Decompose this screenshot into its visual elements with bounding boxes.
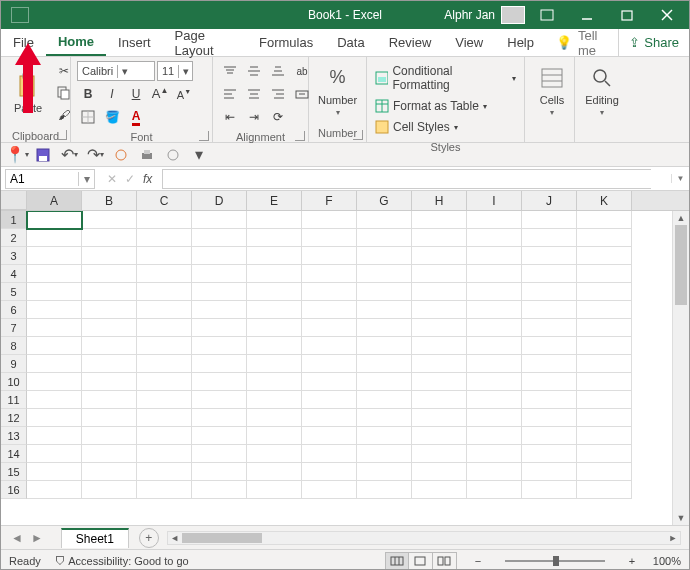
column-header-F[interactable]: F — [302, 191, 357, 210]
italic-button[interactable]: I — [101, 84, 123, 104]
cell-I5[interactable] — [467, 283, 522, 301]
zoom-slider[interactable] — [505, 560, 605, 562]
row-header-9[interactable]: 9 — [1, 355, 27, 373]
cell-B15[interactable] — [82, 463, 137, 481]
cell-I7[interactable] — [467, 319, 522, 337]
cell-A13[interactable] — [27, 427, 82, 445]
fill-color-button[interactable]: 🪣 — [101, 107, 123, 127]
number-format-button[interactable]: % Number ▾ — [315, 62, 360, 119]
qat-redo[interactable]: ↷▾ — [85, 146, 105, 164]
cell-B5[interactable] — [82, 283, 137, 301]
cell-E8[interactable] — [247, 337, 302, 355]
cell-K3[interactable] — [577, 247, 632, 265]
cell-H14[interactable] — [412, 445, 467, 463]
cell-C15[interactable] — [137, 463, 192, 481]
cell-D10[interactable] — [192, 373, 247, 391]
column-header-A[interactable]: A — [27, 191, 82, 210]
cell-F6[interactable] — [302, 301, 357, 319]
cell-B1[interactable] — [82, 211, 137, 229]
cell-B3[interactable] — [82, 247, 137, 265]
cell-G7[interactable] — [357, 319, 412, 337]
enter-formula-icon[interactable]: ✓ — [125, 172, 135, 186]
scroll-thumb[interactable] — [675, 225, 687, 305]
tab-insert[interactable]: Insert — [106, 29, 163, 56]
cell-H10[interactable] — [412, 373, 467, 391]
cell-F15[interactable] — [302, 463, 357, 481]
zoom-level[interactable]: 100% — [653, 555, 681, 567]
cell-E7[interactable] — [247, 319, 302, 337]
cell-D14[interactable] — [192, 445, 247, 463]
cell-D3[interactable] — [192, 247, 247, 265]
cell-G5[interactable] — [357, 283, 412, 301]
cell-I3[interactable] — [467, 247, 522, 265]
cell-C3[interactable] — [137, 247, 192, 265]
tab-help[interactable]: Help — [495, 29, 546, 56]
cell-H11[interactable] — [412, 391, 467, 409]
column-header-H[interactable]: H — [412, 191, 467, 210]
cell-J1[interactable] — [522, 211, 577, 229]
cell-styles-button[interactable]: Cell Styles▾ — [373, 119, 518, 135]
cell-H3[interactable] — [412, 247, 467, 265]
cell-C8[interactable] — [137, 337, 192, 355]
cell-J11[interactable] — [522, 391, 577, 409]
cell-F8[interactable] — [302, 337, 357, 355]
cell-K7[interactable] — [577, 319, 632, 337]
cell-A8[interactable] — [27, 337, 82, 355]
cell-A12[interactable] — [27, 409, 82, 427]
cell-I1[interactable] — [467, 211, 522, 229]
cell-B16[interactable] — [82, 481, 137, 499]
cell-A9[interactable] — [27, 355, 82, 373]
row-header-2[interactable]: 2 — [1, 229, 27, 247]
zoom-knob[interactable] — [553, 556, 559, 566]
cell-D1[interactable] — [192, 211, 247, 229]
cell-H1[interactable] — [412, 211, 467, 229]
normal-view-button[interactable] — [385, 552, 409, 570]
row-header-6[interactable]: 6 — [1, 301, 27, 319]
cell-F11[interactable] — [302, 391, 357, 409]
cell-J7[interactable] — [522, 319, 577, 337]
select-all-corner[interactable] — [1, 191, 27, 210]
cell-A11[interactable] — [27, 391, 82, 409]
cell-B13[interactable] — [82, 427, 137, 445]
cell-D9[interactable] — [192, 355, 247, 373]
number-launcher[interactable] — [353, 130, 363, 140]
cell-J16[interactable] — [522, 481, 577, 499]
row-header-4[interactable]: 4 — [1, 265, 27, 283]
cell-J3[interactable] — [522, 247, 577, 265]
align-left-button[interactable] — [219, 84, 241, 104]
cell-A6[interactable] — [27, 301, 82, 319]
cell-A16[interactable] — [27, 481, 82, 499]
cell-A15[interactable] — [27, 463, 82, 481]
cell-J8[interactable] — [522, 337, 577, 355]
scroll-left-arrow[interactable]: ◄ — [168, 532, 182, 544]
cell-I12[interactable] — [467, 409, 522, 427]
row-header-16[interactable]: 16 — [1, 481, 27, 499]
cell-D15[interactable] — [192, 463, 247, 481]
page-layout-view-button[interactable] — [409, 552, 433, 570]
increase-indent-button[interactable]: ⇥ — [243, 107, 265, 127]
cell-H16[interactable] — [412, 481, 467, 499]
tab-review[interactable]: Review — [377, 29, 444, 56]
cell-H5[interactable] — [412, 283, 467, 301]
cell-K11[interactable] — [577, 391, 632, 409]
cell-J13[interactable] — [522, 427, 577, 445]
cell-C2[interactable] — [137, 229, 192, 247]
cell-B6[interactable] — [82, 301, 137, 319]
cell-D12[interactable] — [192, 409, 247, 427]
cell-B9[interactable] — [82, 355, 137, 373]
cell-G16[interactable] — [357, 481, 412, 499]
cell-G15[interactable] — [357, 463, 412, 481]
ribbon-display-options[interactable] — [529, 1, 565, 29]
cell-D8[interactable] — [192, 337, 247, 355]
cell-F7[interactable] — [302, 319, 357, 337]
qat-quickprint[interactable] — [137, 146, 157, 164]
cell-A10[interactable] — [27, 373, 82, 391]
cell-F9[interactable] — [302, 355, 357, 373]
accessibility-status[interactable]: ⛉ Accessibility: Good to go — [55, 555, 189, 567]
tell-me[interactable]: 💡 Tell me — [546, 29, 618, 56]
tab-view[interactable]: View — [443, 29, 495, 56]
cell-D5[interactable] — [192, 283, 247, 301]
cell-H4[interactable] — [412, 265, 467, 283]
cell-C16[interactable] — [137, 481, 192, 499]
row-header-10[interactable]: 10 — [1, 373, 27, 391]
